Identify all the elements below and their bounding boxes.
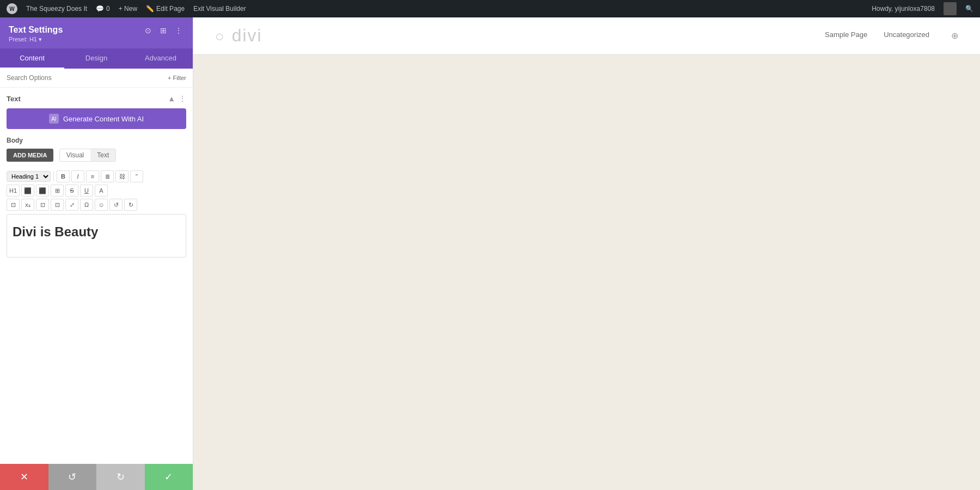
subscript-button[interactable]: x₂: [21, 199, 34, 211]
pencil-icon: ✏️: [146, 5, 154, 13]
sidebar-search-area: + Filter: [0, 69, 193, 88]
undo-button[interactable]: ↺: [48, 464, 97, 490]
site-name: The Squeezy Does It: [26, 5, 87, 13]
user-avatar[interactable]: [944, 2, 957, 15]
tab-content[interactable]: Content: [0, 48, 64, 69]
comment-link[interactable]: 💬 0: [96, 5, 110, 13]
search-input[interactable]: [7, 74, 163, 82]
align-left-button[interactable]: ⬛: [21, 185, 34, 197]
toolbar-row-3: ⊡ x₂ ⊡ ⊡ ⤢ Ω ☺ ↺ ↻: [7, 199, 186, 211]
italic-button[interactable]: I: [71, 170, 84, 182]
add-media-button[interactable]: ADD MEDIA: [7, 149, 53, 162]
page-wrapper: Text Settings Preset: H1 ▾ ⊙ ⊞ ⋮ Content…: [0, 17, 980, 490]
sidebar-header-icons: ⊙ ⊞ ⋮: [143, 25, 184, 36]
emoji-button[interactable]: ☺: [95, 199, 108, 211]
generate-ai-button[interactable]: AI Generate Content With AI: [7, 108, 186, 129]
section-actions: ▲ ⋮: [168, 94, 186, 103]
ul-button[interactable]: ≡: [86, 170, 99, 182]
bottom-action-bar: ✕ ↺ ↻ ✓: [0, 464, 193, 490]
text-section-title: Text: [7, 95, 21, 103]
h1-button[interactable]: H1: [7, 185, 20, 197]
filter-button[interactable]: + Filter: [168, 75, 186, 81]
color-button[interactable]: A: [95, 185, 108, 197]
section-more-icon[interactable]: ⋮: [179, 94, 186, 103]
tab-design[interactable]: Design: [64, 48, 128, 69]
admin-bar-right: Howdy, yijunloxa7808 🔍: [872, 2, 973, 15]
underline-button[interactable]: U: [80, 185, 93, 197]
ai-icon: AI: [49, 114, 59, 124]
sidebar-header: Text Settings Preset: H1 ▾ ⊙ ⊞ ⋮: [0, 17, 193, 48]
body-label: Body: [7, 137, 186, 144]
special-chars-button[interactable]: Ω: [80, 199, 93, 211]
ol-button[interactable]: ≣: [101, 170, 114, 182]
admin-bar: W The Squeezy Does It 💬 0 + New ✏️ Edit …: [0, 0, 980, 17]
format-button[interactable]: ⊡: [51, 199, 64, 211]
redo-editor-button[interactable]: ↻: [124, 199, 137, 211]
visual-toggle[interactable]: Visual: [60, 149, 90, 161]
outdent-button[interactable]: ⊡: [36, 199, 49, 211]
divi-logo: ○ divi: [215, 26, 265, 46]
howdy-label: Howdy, yijunloxa7808: [872, 5, 935, 13]
sample-page-link[interactable]: Sample Page: [825, 30, 867, 41]
collapse-icon[interactable]: ▲: [168, 94, 175, 103]
admin-search-icon[interactable]: 🔍: [965, 5, 973, 13]
align-center-button[interactable]: ⬛: [36, 185, 49, 197]
editor-content: Divi is Beauty: [13, 224, 180, 240]
edit-page-link[interactable]: ✏️ Edit Page: [146, 5, 185, 13]
strikethrough-button[interactable]: S: [65, 185, 78, 197]
site-name-link[interactable]: The Squeezy Does It: [26, 5, 87, 13]
preset-selector[interactable]: Preset: H1 ▾: [9, 36, 63, 43]
wp-logo-icon[interactable]: W: [7, 3, 17, 14]
text-section-header: Text ▲ ⋮: [7, 94, 186, 103]
editor-toggle: Visual Text: [59, 149, 116, 162]
nav-search-icon[interactable]: ⊕: [951, 30, 958, 41]
heading-select[interactable]: Heading 1: [7, 171, 51, 182]
main-content: ○ divi Sample Page Uncategorized ⊕ Erat …: [193, 17, 980, 490]
grid-icon[interactable]: ⊞: [158, 25, 169, 36]
table-button[interactable]: ⊞: [51, 185, 64, 197]
indent-button[interactable]: ⊡: [7, 199, 20, 211]
cancel-button[interactable]: ✕: [0, 464, 48, 490]
confirm-button[interactable]: ✓: [145, 464, 193, 490]
sidebar-panel: Text Settings Preset: H1 ▾ ⊙ ⊞ ⋮ Content…: [0, 17, 193, 490]
fullscreen-button[interactable]: ⤢: [65, 199, 78, 211]
more-icon[interactable]: ⋮: [173, 25, 184, 36]
new-link[interactable]: + New: [119, 5, 137, 13]
sidebar-content: Text ▲ ⋮ AI Generate Content With AI Bod…: [0, 88, 193, 464]
undo-editor-button[interactable]: ↺: [109, 199, 122, 211]
quote-button[interactable]: ": [130, 170, 143, 182]
editor-area[interactable]: Divi is Beauty: [7, 214, 186, 258]
link-button[interactable]: ⛓: [115, 170, 128, 182]
toolbar-divider-1: [53, 171, 54, 181]
uncategorized-link[interactable]: Uncategorized: [884, 30, 929, 41]
settings-icon[interactable]: ⊙: [143, 25, 154, 36]
sidebar-tabs: Content Design Advanced: [0, 48, 193, 69]
tab-advanced[interactable]: Advanced: [128, 48, 193, 69]
bold-button[interactable]: B: [57, 170, 70, 182]
redo-button[interactable]: ↻: [96, 464, 145, 490]
comment-icon: 💬: [96, 5, 104, 13]
exit-builder-link[interactable]: Exit Visual Builder: [193, 5, 246, 13]
text-toggle[interactable]: Text: [90, 149, 115, 161]
toolbar-row-1: Heading 1 B I ≡ ≣ ⛓ ": [7, 170, 186, 182]
divi-navbar: ○ divi Sample Page Uncategorized ⊕: [193, 17, 980, 54]
sidebar-title: Text Settings: [9, 25, 63, 35]
toolbar-row-2: H1 ⬛ ⬛ ⊞ S U A: [7, 185, 186, 197]
nav-links: Sample Page Uncategorized ⊕: [825, 30, 958, 41]
new-label: + New: [119, 5, 137, 13]
